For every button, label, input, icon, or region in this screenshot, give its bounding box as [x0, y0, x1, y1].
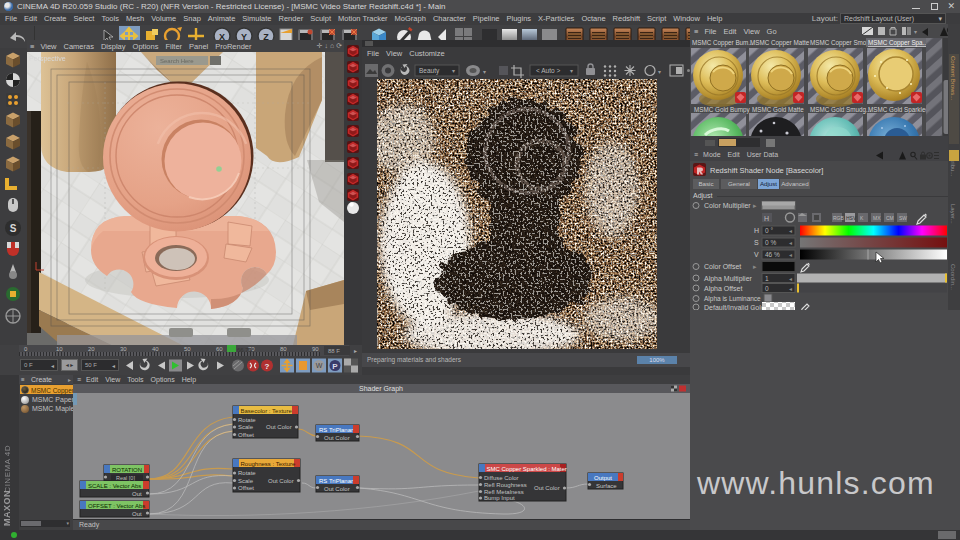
svg-text:CM: CM	[886, 215, 894, 221]
svg-text:Out Color: Out Color	[266, 424, 292, 430]
svg-text:RS TriPlanar: RS TriPlanar	[319, 427, 353, 433]
svg-text:OFFSET : Vector Abs: OFFSET : Vector Abs	[88, 503, 145, 509]
svg-text:?: ?	[265, 362, 270, 371]
svg-text:SW: SW	[899, 215, 907, 221]
svg-text:Surface: Surface	[596, 483, 617, 489]
svg-text:MSMC Copper Matte: MSMC Copper Matte	[750, 39, 810, 47]
svg-text:H: H	[754, 227, 759, 234]
svg-text:SCALE : Vector Abs: SCALE : Vector Abs	[88, 483, 141, 489]
svg-text:H: H	[764, 215, 769, 222]
svg-text:Out Color: Out Color	[534, 485, 560, 491]
svg-text:Perspective: Perspective	[29, 55, 66, 63]
svg-text:Diffuse Color: Diffuse Color	[484, 475, 519, 481]
svg-text:MSMC Copper Spa...: MSMC Copper Spa...	[868, 39, 928, 47]
svg-text:▸: ▸	[753, 263, 757, 270]
svg-text:◂: ◂	[789, 286, 792, 292]
svg-text:Alpha is Luminance: Alpha is Luminance	[704, 295, 761, 303]
svg-text:MSMC Gold Sparkled: MSMC Gold Sparkled	[868, 106, 929, 114]
svg-text:RS TriPlanar: RS TriPlanar	[319, 478, 353, 484]
svg-text:88 F: 88 F	[328, 348, 340, 354]
svg-text:MSMC Gold Bumpy: MSMC Gold Bumpy	[694, 106, 750, 114]
svg-text:Refl Roughness: Refl Roughness	[484, 482, 527, 488]
svg-text:Scale: Scale	[238, 424, 254, 430]
svg-text:Offset: Offset	[238, 485, 254, 491]
svg-text:1: 1	[765, 275, 769, 282]
svg-text:Beauty: Beauty	[419, 67, 440, 75]
svg-text:Offset: Offset	[238, 432, 254, 438]
svg-text:< Auto >: < Auto >	[536, 67, 560, 74]
svg-text:◂: ◂	[789, 240, 792, 246]
svg-text:S: S	[754, 239, 759, 246]
svg-text:▾: ▾	[914, 29, 917, 35]
svg-text:Basecolor : Texture: Basecolor : Texture	[241, 408, 293, 414]
svg-text:▾: ▾	[483, 69, 486, 75]
svg-text:Out: Out	[132, 491, 142, 497]
svg-text:46 %: 46 %	[765, 251, 780, 258]
svg-text:Color Multiplier: Color Multiplier	[704, 202, 751, 210]
svg-text:◂: ◂	[789, 252, 792, 258]
svg-text:MSMC Gold Matte: MSMC Gold Matte	[752, 106, 804, 113]
svg-text:Real [0]: Real [0]	[116, 475, 135, 481]
svg-text:0: 0	[765, 285, 769, 292]
svg-text:0 °: 0 °	[765, 227, 773, 234]
svg-text:SMC Copper Sparkled : Mater: SMC Copper Sparkled : Mater	[487, 466, 567, 472]
svg-text:MSMC Gold Smudg...: MSMC Gold Smudg...	[810, 106, 871, 114]
svg-text:▸: ▸	[354, 348, 357, 354]
svg-text:0 %: 0 %	[765, 239, 776, 246]
svg-text:Scale: Scale	[238, 478, 254, 484]
svg-text:Alpha Offset: Alpha Offset	[704, 285, 742, 293]
svg-text:▾: ▾	[658, 69, 661, 75]
svg-text:MSMC Copper Bum...: MSMC Copper Bum...	[692, 39, 754, 47]
svg-text:ROTATION: ROTATION	[112, 467, 142, 473]
svg-text:P: P	[332, 362, 338, 371]
svg-text:Out Color: Out Color	[324, 486, 350, 492]
svg-text:Rotate: Rotate	[238, 470, 256, 476]
svg-text:RGB: RGB	[833, 215, 845, 221]
svg-text:Out: Out	[132, 511, 142, 517]
svg-text:◂: ◂	[789, 228, 792, 234]
svg-text:Search Here: Search Here	[160, 58, 194, 64]
svg-text:Refl Metalness: Refl Metalness	[484, 489, 524, 495]
svg-text:▾: ▾	[570, 68, 573, 74]
svg-text:W: W	[316, 362, 323, 369]
svg-text:Bump Input: Bump Input	[484, 495, 515, 501]
svg-text:Rotate: Rotate	[238, 417, 256, 423]
svg-text:HSV: HSV	[846, 215, 857, 221]
svg-text:Shader Graph: Shader Graph	[359, 385, 403, 393]
svg-text:▾: ▾	[452, 68, 455, 74]
svg-text:◂: ◂	[789, 276, 792, 282]
svg-text:Output: Output	[594, 475, 612, 481]
svg-text:Color Offset: Color Offset	[704, 263, 741, 270]
svg-text:Out Color: Out Color	[268, 478, 294, 484]
svg-text:▸: ▸	[753, 202, 757, 209]
svg-text:Roughness : Texture: Roughness : Texture	[241, 461, 297, 467]
svg-text:Out Color: Out Color	[324, 435, 350, 441]
svg-text:S: S	[10, 223, 17, 234]
svg-text:MX: MX	[873, 215, 881, 221]
svg-text:V: V	[754, 251, 759, 258]
svg-text:Alpha Multiplier: Alpha Multiplier	[704, 275, 753, 283]
svg-text:MSMC Copper Smo...: MSMC Copper Smo...	[810, 39, 872, 47]
